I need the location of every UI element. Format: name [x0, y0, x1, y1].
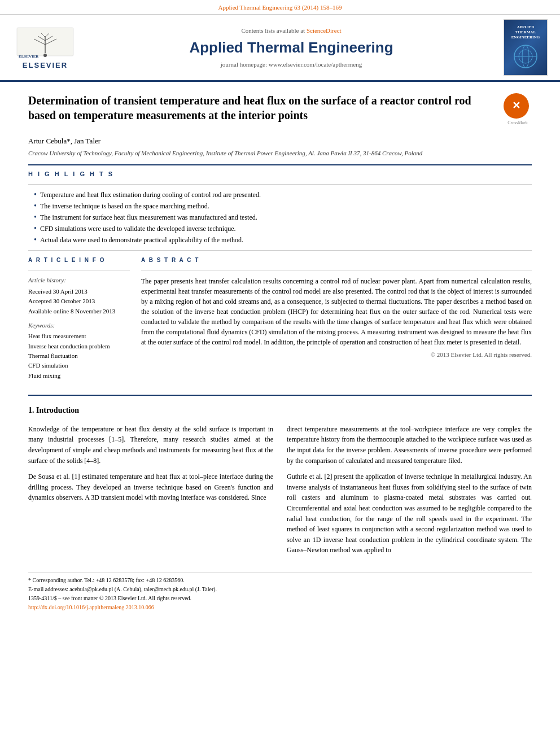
article-history-label: Article history:	[28, 276, 130, 285]
introduction-body-columns: Knowledge of the temperature or heat flu…	[28, 424, 532, 561]
journal-cover-image: APPLIED THERMAL ENGINEERING	[504, 19, 548, 76]
available-date: Available online 8 November 2013	[28, 307, 130, 316]
bullet-icon-5: •	[34, 235, 37, 245]
keyword-4: CFD simulation	[28, 361, 130, 370]
svg-text:ELSEVIER: ELSEVIER	[19, 54, 39, 59]
keyword-2: Inverse heat conduction problem	[28, 342, 130, 351]
highlight-item-4: • CFD simulations were used to validate …	[34, 224, 532, 234]
section-number-label: 1.	[28, 406, 34, 414]
highlight-item-2: • The inverse technique is based on the …	[34, 202, 532, 211]
crossmark-logo: ✕ CrossMark	[504, 93, 532, 121]
highlight-item-5: • Actual data were used to demonstrate p…	[34, 235, 532, 245]
intro-para-2: De Sousa et al. [1] estimated temperatur…	[28, 471, 273, 503]
received-date: Received 30 April 2013	[28, 287, 130, 296]
highlight-text-2: The inverse technique is based on the sp…	[40, 202, 209, 211]
journal-citation-bar: Applied Thermal Engineering 63 (2014) 15…	[0, 0, 560, 15]
journal-header: ELSEVIER ELSEVIER Contents lists availab…	[0, 15, 560, 82]
highlight-text-5: Actual data were used to demonstrate pra…	[40, 235, 243, 245]
bullet-icon-1: •	[34, 190, 37, 200]
bullet-icon-3: •	[34, 213, 37, 222]
highlight-text-3: The instrument for surface heat flux mea…	[40, 213, 257, 222]
elsevier-logo: ELSEVIER ELSEVIER	[11, 25, 79, 71]
keyword-1: Heat flux measurement	[28, 332, 130, 340]
corresponding-author-footnote: * Corresponding author. Tel.: +48 12 628…	[28, 576, 532, 584]
email-footnote: E-mail addresses: acebula@pk.edu.pl (A. …	[28, 586, 532, 593]
article-title-section: Determination of transient temperature a…	[28, 93, 532, 129]
highlights-divider-top	[28, 184, 532, 185]
keywords-label: Keywords:	[28, 321, 130, 330]
introduction-section: 1. Introduction Knowledge of the tempera…	[28, 405, 532, 561]
authors: Artur Cebula*, Jan Taler	[28, 136, 532, 146]
journal-citation: Applied Thermal Engineering 63 (2014) 15…	[218, 4, 342, 11]
divider-after-affiliation	[28, 164, 532, 165]
highlight-text-4: CFD simulations were used to validate th…	[40, 224, 236, 234]
keyword-3: Thermal fluctuation	[28, 352, 130, 360]
footnote-section: * Corresponding author. Tel.: +48 12 628…	[28, 573, 532, 611]
crossmark-label: CrossMark	[504, 120, 532, 126]
doi-link[interactable]: http://dx.doi.org/10.1016/j.applthermale…	[28, 604, 154, 610]
affiliation: Cracow University of Technology, Faculty…	[28, 149, 532, 158]
intro-para-3: direct temperature measurements at the t…	[287, 424, 532, 466]
bullet-icon-2: •	[34, 202, 37, 211]
abstract-label: A B S T R A C T	[141, 256, 532, 264]
copyright-text: © 2013 Elsevier Ltd. All rights reserved…	[141, 351, 532, 359]
highlights-label: H I G H L I G H T S	[28, 170, 532, 178]
doi-footnote: http://dx.doi.org/10.1016/j.applthermale…	[28, 604, 532, 611]
cover-text-line1: APPLIED	[517, 25, 535, 30]
keywords-section: Keywords: Heat flux measurement Inverse …	[28, 321, 130, 380]
article-info-abstract-section: A R T I C L E I N F O Article history: R…	[28, 256, 532, 381]
main-content: Determination of transient temperature a…	[0, 82, 560, 624]
page: Applied Thermal Engineering 63 (2014) 15…	[0, 0, 560, 747]
highlight-item-3: • The instrument for surface heat flux m…	[34, 213, 532, 222]
keyword-5: Fluid mixing	[28, 372, 130, 380]
highlights-list: • Temperature and heat flux estimation d…	[28, 190, 532, 244]
highlight-text-1: Temperature and heat flux estimation dur…	[40, 190, 261, 200]
science-direct-link[interactable]: ScienceDirect	[307, 27, 342, 34]
article-title: Determination of transient temperature a…	[28, 93, 504, 123]
abstract-text: The paper presents heat transfer calcula…	[141, 276, 532, 347]
crossmark-icon: ✕	[504, 93, 529, 119]
bullet-icon-4: •	[34, 224, 37, 234]
accepted-date: Accepted 30 October 2013	[28, 297, 130, 305]
abstract-column: A B S T R A C T The paper presents heat …	[141, 256, 532, 381]
article-info-column: A R T I C L E I N F O Article history: R…	[28, 256, 130, 381]
cover-text-line2: THERMAL	[515, 30, 536, 35]
journal-title: Applied Thermal Engineering	[79, 37, 504, 58]
intro-para-4: Guthrie et al. [2] present the applicati…	[287, 471, 532, 556]
science-direct-label: Contents lists available at ScienceDirec…	[79, 27, 504, 35]
intro-left-column: Knowledge of the temperature or heat flu…	[28, 424, 273, 561]
cover-text-line3: ENGINEERING	[511, 35, 540, 40]
section-separator	[28, 395, 532, 396]
highlights-divider-bottom	[28, 250, 532, 251]
issn-footnote: 1359-4311/$ – see front matter © 2013 El…	[28, 595, 532, 602]
highlight-item-1: • Temperature and heat flux estimation d…	[34, 190, 532, 200]
article-info-divider	[28, 270, 130, 270]
introduction-heading: 1. Introduction	[28, 405, 532, 416]
author-names: Artur Cebula*, Jan Taler	[28, 137, 100, 145]
email-label: E-mail addresses:	[28, 586, 68, 592]
highlights-section: H I G H L I G H T S • Temperature and he…	[28, 170, 532, 251]
intro-right-column: direct temperature measurements at the t…	[287, 424, 532, 561]
journal-cover: APPLIED THERMAL ENGINEERING	[504, 19, 549, 76]
section-title-label: Introduction	[36, 406, 79, 414]
intro-para-1: Knowledge of the temperature or heat flu…	[28, 424, 273, 466]
elsevier-wordmark: ELSEVIER	[23, 60, 68, 71]
abstract-divider	[141, 270, 532, 270]
elsevier-logo-image: ELSEVIER	[14, 25, 76, 59]
journal-homepage: journal homepage: www.elsevier.com/locat…	[79, 60, 504, 69]
journal-center-header: Contents lists available at ScienceDirec…	[79, 27, 504, 69]
email-values: acebula@pk.edu.pl (A. Cebula), taler@mec…	[69, 586, 217, 592]
article-info-label: A R T I C L E I N F O	[28, 256, 130, 264]
